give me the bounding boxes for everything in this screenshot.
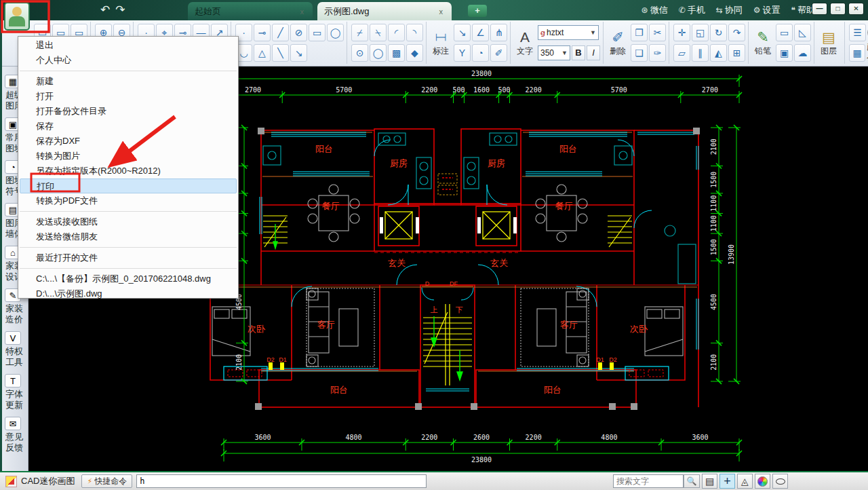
search-icon[interactable]: 🔍 <box>684 474 700 488</box>
tool-icon[interactable]: ⍀ <box>370 24 387 41</box>
tool-icon[interactable]: ☁ <box>794 44 811 62</box>
tool-icon[interactable]: ⌿ <box>351 24 368 41</box>
tool-icon[interactable]: ⋔ <box>490 24 507 41</box>
tool-icon[interactable]: ◯ <box>327 24 344 41</box>
titlebar-action-设置[interactable]: ⚙设置 <box>753 4 781 16</box>
tool-icon[interactable]: ✑ <box>649 44 666 62</box>
menu-item-保存为DXF[interactable]: 保存为DXF <box>18 134 238 149</box>
titlebar-action-协同[interactable]: ⇆协同 <box>716 4 743 16</box>
menu-item-发送或接收图纸[interactable]: 发送或接收图纸 <box>18 214 238 229</box>
font-glyph-icon: ꞡ <box>540 29 545 37</box>
tool-icon[interactable]: ▣ <box>776 44 793 62</box>
sidebar-item-特权工具[interactable]: Ⅴ 特权工具 <box>3 331 28 368</box>
chevron-down-icon: ▼ <box>590 29 596 36</box>
tool-icon[interactable]: ◝ <box>406 24 423 41</box>
tab-close-icon[interactable]: x <box>437 7 446 16</box>
user-avatar-button[interactable] <box>4 2 30 31</box>
tool-icon[interactable]: ☰ <box>849 24 866 41</box>
menu-item-转换为PDF文件[interactable]: 转换为PDF文件 <box>18 193 238 208</box>
tool-icon[interactable]: ▭ <box>309 24 326 41</box>
close-button[interactable]: ✕ <box>848 3 864 15</box>
erase-tool-button[interactable]: ✐删除 <box>606 29 629 57</box>
tool-icon[interactable]: ✛ <box>673 24 690 41</box>
tool-icon[interactable]: ◱ <box>692 24 709 41</box>
menu-item-新建[interactable]: 新建 <box>18 74 238 89</box>
tool-icon[interactable]: ↘ <box>454 24 471 41</box>
statusbar-button-4[interactable] <box>772 474 788 489</box>
menu-separator <box>20 247 237 248</box>
tool-icon[interactable]: ◯ <box>370 44 387 62</box>
menu-item-D:\...\示例图.dwg[interactable]: D:\...\示例图.dwg <box>18 286 238 301</box>
tool-icon[interactable]: ↻ <box>710 24 727 41</box>
tool-icon[interactable]: ◜ <box>388 24 405 41</box>
tool-icon[interactable]: ↷ <box>728 24 745 41</box>
svg-text:2700: 2700 <box>702 86 718 94</box>
menu-item-退出[interactable]: 退出 <box>18 38 238 53</box>
tool-icon[interactable]: ∥ <box>692 44 709 62</box>
menu-item-保存[interactable]: 保存 <box>18 119 238 134</box>
menu-item-C:\...\【备份】示例图_0_201706221048.dwg[interactable]: C:\...\【备份】示例图_0_201706221048.dwg <box>18 271 238 286</box>
new-tab-button[interactable]: + <box>468 5 487 17</box>
tool-icon[interactable]: ⊘ <box>290 24 307 41</box>
font-size-select[interactable]: 350▼ <box>538 45 570 60</box>
tool-icon[interactable]: △ <box>254 44 271 62</box>
quick-command-button[interactable]: ⚡ 快捷命令 <box>81 474 132 488</box>
maximize-button[interactable]: □ <box>830 3 846 15</box>
svg-text:2100: 2100 <box>710 138 717 155</box>
menu-item-另存为指定版本(R2000~R2012)[interactable]: 另存为指定版本(R2000~R2012) <box>18 164 238 178</box>
tool-icon[interactable]: ╱ <box>272 24 289 41</box>
menu-item-转换为图片[interactable]: 转换为图片 <box>18 149 238 164</box>
tool-icon[interactable]: ⊸ <box>254 24 271 41</box>
statusbar-button-2[interactable]: ◬ <box>737 474 753 489</box>
font-name-select[interactable]: ꞡhztxt▼ <box>538 25 599 40</box>
dimension-tool-button[interactable]: ⌶标注 <box>429 29 452 57</box>
tool-icon[interactable]: ⊙ <box>351 44 368 62</box>
tool-icon[interactable]: ▩ <box>388 44 405 62</box>
menu-item-打开[interactable]: 打开 <box>18 89 238 104</box>
menu-item-最近打开的文件[interactable]: 最近打开的文件 <box>18 250 238 265</box>
tool-icon[interactable]: ▱ <box>673 44 690 62</box>
tool-icon[interactable]: ◔ <box>472 44 489 62</box>
tool-icon[interactable]: ↘ <box>290 44 307 62</box>
menu-item-个人中心[interactable]: 个人中心 <box>18 53 238 68</box>
titlebar-action-手机[interactable]: ✆手机 <box>679 4 705 16</box>
command-input[interactable] <box>136 474 427 488</box>
sidebar-item-字体更新[interactable]: T 字体更新 <box>3 374 28 411</box>
menu-item-发送给微信朋友[interactable]: 发送给微信朋友 <box>18 229 238 244</box>
tool-icon[interactable]: ⊞ <box>728 44 745 62</box>
layers-tool-button[interactable]: ▤图层 <box>817 29 840 57</box>
pencil-tool-button[interactable]: ✎铅笔 <box>751 29 774 57</box>
tool-icon[interactable]: ╲ <box>272 44 289 62</box>
tool-icon[interactable]: ✐ <box>490 44 507 62</box>
tool-icon[interactable]: ▦ <box>849 44 865 62</box>
text-tool-button[interactable]: A文字 <box>513 29 536 57</box>
tool-icon[interactable]: ❐ <box>631 24 648 41</box>
statusbar-button-1[interactable]: + <box>719 474 735 489</box>
tool-icon[interactable]: ◭ <box>710 44 727 62</box>
tool-icon[interactable]: ◺ <box>794 24 811 41</box>
tool-icon[interactable]: ◆ <box>406 44 423 62</box>
toolbar-group-erase: ✐删除❐✂❏✑ <box>604 22 669 64</box>
text-search-input[interactable] <box>613 474 684 488</box>
statusbar-button-3[interactable] <box>755 474 770 489</box>
italic-button[interactable]: I <box>587 45 600 60</box>
bold-button[interactable]: B <box>572 45 585 60</box>
tab-document[interactable]: 示例图.dwg x <box>317 2 452 20</box>
layers-icon: ▤ <box>822 29 835 45</box>
tab-start-page[interactable]: 起始页 x <box>188 2 313 20</box>
tool-icon[interactable]: ✂ <box>649 24 666 41</box>
titlebar: ↶↷ 起始页 x 示例图.dwg x + ⊛微信✆手机⇆协同⚙设置❝帮助 —□✕ <box>0 0 868 20</box>
tab-close-icon[interactable]: x <box>298 7 307 16</box>
tool-icon[interactable]: ▭ <box>776 24 793 41</box>
forward-icon[interactable]: ↷ <box>115 3 130 16</box>
tool-icon[interactable]: ❏ <box>631 44 648 62</box>
statusbar-button-0[interactable]: ▤ <box>702 474 717 489</box>
sidebar-item-意见反馈[interactable]: ✉ 意见反馈 <box>3 417 28 453</box>
minimize-button[interactable]: — <box>812 3 827 15</box>
titlebar-action-微信[interactable]: ⊛微信 <box>642 4 668 16</box>
menu-item-打印[interactable]: 打印 <box>20 178 237 193</box>
tool-icon[interactable]: Y <box>454 44 471 62</box>
back-icon[interactable]: ↶ <box>100 3 115 16</box>
menu-item-打开备份文件目录[interactable]: 打开备份文件目录 <box>18 104 238 119</box>
tool-icon[interactable]: ∠ <box>472 24 489 41</box>
